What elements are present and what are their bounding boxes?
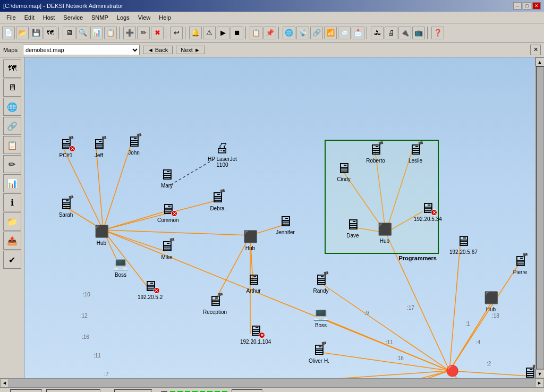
scroll-track[interactable] (536, 66, 544, 369)
tb-stop[interactable]: ⏹ (231, 27, 243, 39)
scroll-down-button[interactable]: ▼ (536, 369, 545, 378)
node-hub1[interactable]: ⬛ Hub (92, 224, 111, 246)
tb-net1[interactable]: 🌐 (283, 27, 295, 39)
node-jennifer[interactable]: 🖥 Jennifer (276, 213, 295, 235)
node-reception[interactable]: 🖥 🏴 Reception (203, 293, 227, 315)
node-hub3[interactable]: ⬛ Hub (481, 290, 500, 312)
tb-net2[interactable]: 📡 (296, 27, 309, 39)
bottom-scrollbar[interactable]: ◄ ► (0, 378, 544, 387)
node-pc1[interactable]: 🖥 ✕ 🏴 PC#1 (56, 136, 75, 158)
tb-new[interactable]: 📄 (2, 27, 15, 39)
menu-help[interactable]: Help (155, 13, 175, 22)
node-dave[interactable]: 🖥 Dave (343, 216, 362, 238)
tb-d1[interactable]: 🖧 (371, 27, 384, 39)
sidebar-map-btn[interactable]: 🗺 (3, 59, 21, 78)
map-canvas[interactable]: :10 :12 :16 :11 :7 :16 :18 :19 :7 :9 :9 … (24, 57, 535, 378)
sidebar-chart-btn[interactable]: 📊 (3, 174, 21, 192)
tb-d2[interactable]: 🖨 (385, 27, 397, 39)
menu-snmp[interactable]: SNMP (87, 13, 113, 22)
svg-text::11: :11 (386, 339, 393, 345)
node-ip4[interactable]: 🖥 ✕ 192.20.5.34 (414, 200, 442, 222)
tb-delete[interactable]: ✖ (151, 27, 164, 39)
tb-map[interactable]: 🗺 (44, 27, 56, 39)
tb-net4[interactable]: 📶 (324, 27, 337, 39)
tb-d4[interactable]: 📺 (412, 27, 425, 39)
node-boss1[interactable]: 💻 Boss (111, 255, 130, 278)
tb-net3[interactable]: 🔗 (310, 27, 323, 39)
sidebar-pc-btn[interactable]: 🖥 (3, 79, 21, 97)
node-common[interactable]: 🖥 ✕ Common (157, 201, 179, 223)
tb-pc[interactable]: 🖥 (63, 27, 75, 39)
tb-net5[interactable]: 📨 (338, 27, 351, 39)
sidebar-upload-btn[interactable]: 📤 (3, 232, 21, 250)
tb-d3[interactable]: 🔌 (398, 27, 411, 39)
sidebar-edit-btn[interactable]: ✏ (3, 155, 21, 173)
node-john[interactable]: 🖥 🏴 John (124, 133, 143, 156)
sidebar-doc-btn[interactable]: 📋 (3, 136, 21, 154)
tb-list[interactable]: 📋 (104, 27, 117, 39)
tb-count[interactable]: 📊 (90, 27, 103, 39)
scroll-right-button[interactable]: ► (535, 379, 544, 388)
tb-undo[interactable]: ↩ (170, 27, 183, 39)
tb-open[interactable]: 📂 (16, 27, 29, 39)
node-jeff[interactable]: 🖥 🏴 Jeff (89, 136, 108, 158)
tb-save[interactable]: 💾 (30, 27, 42, 39)
node-sarah[interactable]: 🖥 🏴 Sarah (56, 195, 75, 218)
node-cindy[interactable]: 🖥 Cindy (334, 160, 353, 182)
menu-service[interactable]: Service (59, 13, 87, 22)
node-printer[interactable]: 🖨 HP LaserJet1100 (208, 140, 237, 168)
tb-paste[interactable]: 📌 (264, 27, 276, 39)
node-mike[interactable]: 🖥 🏴 Mike (157, 238, 176, 260)
scroll-up-button[interactable]: ▲ (536, 57, 545, 66)
node-mary[interactable]: 🖥 Mary (157, 166, 176, 189)
tb-discover[interactable]: 🔍 (76, 27, 89, 39)
menu-host[interactable]: Host (39, 13, 60, 22)
back-button[interactable]: ◄ Back (143, 46, 173, 54)
menu-view[interactable]: View (134, 13, 155, 22)
right-scrollbar[interactable]: ▲ ▼ (535, 57, 544, 378)
sidebar-folder-btn[interactable]: 📁 (3, 212, 21, 231)
scroll-left-button[interactable]: ◄ (0, 379, 9, 388)
sidebar-net-btn[interactable]: 🔗 (3, 117, 21, 135)
close-button[interactable]: ✕ (532, 2, 541, 10)
node-roberto[interactable]: 🖥 🏴 Roberto (366, 141, 385, 164)
maps-close-button[interactable]: ✕ (530, 45, 541, 55)
node-pierre[interactable]: 🖥 🏴 Pierre (511, 253, 530, 275)
tb-alert[interactable]: 🔔 (189, 27, 202, 39)
sidebar-info-btn[interactable]: ℹ (3, 193, 21, 211)
node-hub5[interactable]: ⬛ Hub (375, 221, 394, 244)
node-katherin[interactable]: 🖥 🏴 Katherin (520, 364, 535, 378)
node-randy[interactable]: 🖥 🏴 Randy (311, 271, 330, 294)
sidebar-ip-btn[interactable]: 🌐 (3, 98, 21, 116)
maps-dropdown[interactable]: demobest.map demo.map (23, 45, 140, 55)
node-boss2[interactable]: 💻 Boss (311, 306, 330, 328)
menu-file[interactable]: File (2, 13, 20, 22)
hscroll-track[interactable] (9, 379, 535, 387)
tb-alert2[interactable]: ⚠ (203, 27, 216, 39)
minimize-button[interactable]: ─ (513, 2, 522, 10)
error-badge: ✕ (154, 287, 160, 294)
node-ip2[interactable]: 🖥 ✕ 192.20.1.104 (240, 322, 271, 345)
node-cisco-router[interactable]: 🔴 Cisco_routc... (436, 363, 469, 378)
node-label: Jeff (95, 152, 103, 158)
sidebar-check-btn[interactable]: ✔ (3, 251, 21, 269)
maximize-button[interactable]: □ (523, 2, 531, 10)
node-ip1[interactable]: 🖥 ✕ 192.20.5.2 (138, 278, 163, 300)
node-ip3[interactable]: 🖥 192.20.5.67 (449, 233, 478, 255)
svg-text::18: :18 (492, 313, 499, 319)
node-arthur[interactable]: 🖥 Arthur (244, 271, 263, 294)
tb-edit[interactable]: ✏ (137, 27, 150, 39)
menu-logs[interactable]: Logs (113, 13, 134, 22)
next-button[interactable]: Next ► (176, 46, 205, 54)
tb-add[interactable]: ➕ (123, 27, 136, 39)
sep3 (166, 27, 168, 39)
tb-net6[interactable]: 📩 (352, 27, 364, 39)
tb-copy[interactable]: 📋 (250, 27, 262, 39)
tb-run[interactable]: ▶ (217, 27, 230, 39)
menu-edit[interactable]: Edit (20, 13, 39, 22)
node-debra[interactable]: 🖥 🏴 Debra (208, 189, 227, 211)
node-hub2[interactable]: ⬛ Hub (241, 229, 260, 251)
node-oliverh[interactable]: 🖥 🏴 Oliver H. (309, 342, 329, 364)
tb-help[interactable]: ❓ (431, 27, 444, 39)
node-leslie[interactable]: 🖥 🏴 Leslie (406, 141, 425, 164)
